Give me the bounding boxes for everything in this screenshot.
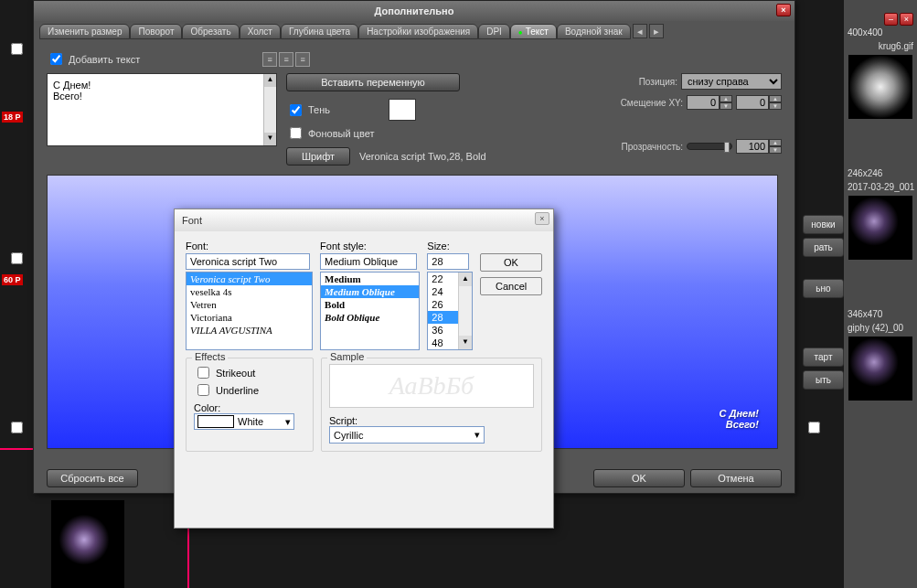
left-checkbox-3[interactable] <box>11 422 23 433</box>
text-line-2: Всего! <box>53 91 271 102</box>
tab-text[interactable]: Текст <box>510 24 557 39</box>
side-btn-5[interactable]: ыть <box>803 370 844 390</box>
font-ok-button[interactable]: OK <box>480 253 542 272</box>
tab-dpi[interactable]: DPI <box>478 24 510 39</box>
font-item-0[interactable]: Veronica script Two <box>187 273 312 285</box>
tab-rotate[interactable]: Поворот <box>130 24 182 39</box>
opacity-slider[interactable] <box>687 143 732 150</box>
underline-label: Underline <box>216 385 259 396</box>
align-left-icon[interactable]: ≡ <box>262 52 277 67</box>
scroll-up-icon[interactable]: ▲ <box>264 74 276 87</box>
script-value: Cyrillic <box>334 430 363 441</box>
underline-checkbox[interactable] <box>197 384 209 396</box>
cancel-button[interactable]: Отмена <box>690 469 782 487</box>
offset-x-spinner[interactable]: ▲▼ <box>687 95 732 110</box>
close-icon[interactable]: × <box>900 13 913 26</box>
font-listbox[interactable]: Veronica script Two veselka 4s Vetren Vi… <box>186 272 313 350</box>
up-arrow-icon[interactable]: ▲ <box>769 95 782 102</box>
thumb-name-2: 2017-03-29_001 <box>844 180 917 194</box>
side-btn-1[interactable]: новки <box>803 215 844 234</box>
textarea-scrollbar[interactable]: ▲ ▼ <box>263 74 276 145</box>
color-value: White <box>238 416 285 427</box>
minimize-icon[interactable]: – <box>884 13 898 26</box>
scroll-down-icon[interactable]: ▼ <box>264 133 276 145</box>
align-center-icon[interactable]: ≡ <box>279 52 293 67</box>
window-close-button[interactable]: × <box>776 4 791 16</box>
dropdown-icon: ▾ <box>474 429 480 441</box>
font-item-1[interactable]: veselka 4s <box>187 285 312 298</box>
thumb-name-3: giphy (42)_00 <box>844 321 917 335</box>
style-item-0[interactable]: Medium <box>321 273 419 285</box>
opacity-label: Прозрачность: <box>621 142 683 152</box>
bgcolor-label: Фоновый цвет <box>308 128 374 139</box>
shadow-checkbox[interactable] <box>290 104 302 116</box>
add-text-checkbox[interactable] <box>50 53 62 65</box>
insert-variable-button[interactable]: Вставить переменную <box>286 73 460 91</box>
tab-watermark[interactable]: Водяной знак <box>557 24 631 39</box>
script-select[interactable]: Cyrillic ▾ <box>329 426 485 444</box>
down-arrow-icon[interactable]: ▼ <box>769 146 782 154</box>
effects-legend: Effects <box>192 351 228 362</box>
side-button-strip: новки рать ьно тарт ыть <box>803 14 844 471</box>
tab-colordepth[interactable]: Глубина цвета <box>281 24 358 39</box>
side-btn-2[interactable]: рать <box>803 238 844 257</box>
tab-crop[interactable]: Обрезать <box>182 24 239 39</box>
color-select[interactable]: White ▾ <box>194 413 294 430</box>
up-arrow-icon[interactable]: ▲ <box>769 139 782 146</box>
side-btn-3[interactable]: ьно <box>803 279 844 298</box>
position-select[interactable]: снизу справа <box>681 73 782 90</box>
size-listbox[interactable]: 22 24 26 28 36 48 72 ▲▼ <box>427 272 473 350</box>
opacity-input[interactable] <box>736 139 769 154</box>
offset-y-spinner[interactable]: ▲▼ <box>736 95 782 110</box>
down-arrow-icon[interactable]: ▼ <box>769 102 782 110</box>
bgcolor-checkbox[interactable] <box>290 127 302 139</box>
size-scrollbar[interactable]: ▲▼ <box>458 273 472 349</box>
text-input-area[interactable]: С Днем! Всего! ▲ ▼ <box>47 73 277 146</box>
titlebar: Дополнительно × <box>34 1 794 21</box>
font-size-input[interactable] <box>427 253 469 270</box>
style-item-1[interactable]: Medium Oblique <box>321 285 419 298</box>
font-item-3[interactable]: Victoriana <box>187 311 312 324</box>
thumbnail-3[interactable] <box>848 337 912 401</box>
align-right-icon[interactable]: ≡ <box>295 52 310 67</box>
side-btn-4[interactable]: тарт <box>803 347 844 367</box>
style-item-2[interactable]: Bold <box>321 298 419 311</box>
thumbnail-2[interactable] <box>848 196 912 260</box>
tab-imagesettings[interactable]: Настройки изображения <box>358 24 478 39</box>
font-name-input[interactable] <box>186 253 310 270</box>
up-arrow-icon[interactable]: ▲ <box>720 95 732 102</box>
dropdown-icon: ▾ <box>285 416 291 428</box>
size-label: Size: <box>427 241 473 251</box>
font-button[interactable]: Шрифт <box>286 147 350 166</box>
opacity-spinner[interactable]: ▲▼ <box>736 139 782 154</box>
font-cancel-button[interactable]: Cancel <box>480 277 542 295</box>
offset-x-input[interactable] <box>687 95 720 110</box>
left-checkbox-1[interactable] <box>11 43 23 55</box>
tab-scroll-right[interactable]: ▸ <box>649 24 664 38</box>
style-item-3[interactable]: Bold Oblique <box>321 311 419 324</box>
offset-y-input[interactable] <box>736 95 769 110</box>
ok-button[interactable]: OK <box>593 469 685 487</box>
font-dialog-close-button[interactable]: × <box>535 212 549 225</box>
tab-resize[interactable]: Изменить размер <box>39 24 130 39</box>
thumb-dim-3: 346x470 <box>844 307 917 321</box>
font-style-input[interactable] <box>320 253 417 270</box>
sample-preview: АаBbБб <box>329 364 534 408</box>
left-checkbox-2[interactable] <box>11 252 23 264</box>
reset-all-button[interactable]: Сбросить все <box>47 469 138 487</box>
bottom-thumbnail[interactable] <box>51 500 124 588</box>
shadow-color-swatch[interactable] <box>389 99 416 121</box>
thumb-dim-1: 400x400 <box>844 26 917 39</box>
size-item-6[interactable]: 72 <box>428 349 472 350</box>
marker-60p: 60 P <box>2 274 23 285</box>
font-item-4[interactable]: VILLA AVGUSTINA <box>187 324 312 337</box>
position-label: Позиция: <box>639 77 677 87</box>
strikeout-checkbox[interactable] <box>197 367 209 379</box>
tab-scroll-left[interactable]: ◂ <box>633 24 647 38</box>
tab-canvas[interactable]: Холст <box>240 24 281 39</box>
thumbnail-1[interactable] <box>848 55 912 119</box>
window-title: Дополнительно <box>375 5 454 16</box>
down-arrow-icon[interactable]: ▼ <box>720 102 732 110</box>
style-listbox[interactable]: Medium Medium Oblique Bold Bold Oblique <box>320 272 420 350</box>
font-item-2[interactable]: Vetren <box>187 298 312 311</box>
